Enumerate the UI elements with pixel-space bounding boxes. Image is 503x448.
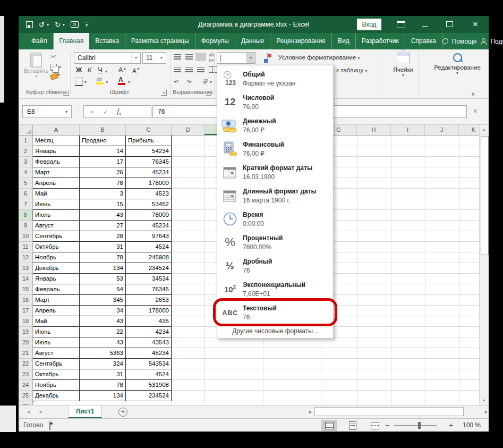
clipboard-dialog-launcher-icon[interactable]: ↘ bbox=[63, 90, 69, 96]
view-normal-button[interactable] bbox=[321, 420, 337, 431]
cell-B23[interactable]: 31 bbox=[80, 369, 126, 380]
align-left-icon[interactable] bbox=[174, 67, 181, 72]
row-header-16[interactable]: 16 bbox=[19, 295, 32, 306]
cell-B20[interactable]: 43 bbox=[80, 337, 126, 348]
horizontal-scroll-thumb[interactable] bbox=[314, 407, 464, 416]
cell-A13[interactable]: Декабрь bbox=[33, 263, 80, 274]
cell-C13[interactable]: 234524 bbox=[126, 263, 172, 274]
row-header-9[interactable]: 9 bbox=[19, 221, 32, 231]
row-header-4[interactable]: 4 bbox=[19, 167, 32, 178]
column-header-C[interactable]: C bbox=[126, 125, 172, 135]
cell-B2[interactable]: 14 bbox=[80, 146, 126, 157]
cell-A1[interactable]: Месяц bbox=[33, 136, 80, 146]
scroll-down-icon[interactable]: ▾ bbox=[480, 398, 489, 403]
font-dialog-launcher-icon[interactable]: ↘ bbox=[161, 90, 167, 96]
cell-A19[interactable]: Июнь bbox=[33, 327, 80, 337]
row-header-11[interactable]: 11 bbox=[19, 242, 32, 252]
cell-B4[interactable]: 26 bbox=[80, 167, 126, 178]
orientation-dropdown-icon[interactable]: ▾ bbox=[210, 80, 212, 84]
align-top-icon[interactable] bbox=[174, 54, 181, 60]
cell-B14[interactable]: 53 bbox=[80, 274, 126, 284]
cell-B13[interactable]: 134 bbox=[80, 263, 126, 274]
orientation-icon[interactable]: ab bbox=[201, 77, 210, 86]
sheet-tab-active[interactable]: Лист1 bbox=[68, 405, 102, 418]
borders-dropdown-icon[interactable]: ▾ bbox=[84, 80, 87, 84]
font-name-combo[interactable]: Calibri▾ bbox=[74, 52, 141, 64]
decrease-indent-icon[interactable]: ◂≡ bbox=[174, 79, 179, 84]
select-all-corner[interactable] bbox=[19, 125, 33, 136]
merge-center-icon[interactable] bbox=[209, 66, 217, 73]
new-sheet-icon[interactable]: + bbox=[118, 408, 127, 417]
cell-C1[interactable]: Прибыль bbox=[126, 136, 172, 146]
ribbon-tab-9[interactable]: Справка bbox=[405, 33, 442, 49]
cell-B10[interactable]: 28 bbox=[80, 231, 126, 242]
cell-A16[interactable]: Март bbox=[33, 295, 80, 306]
cell-B9[interactable]: 27 bbox=[80, 221, 126, 231]
cell-A17[interactable]: Апрель bbox=[33, 306, 80, 316]
row-header-20[interactable]: 20 bbox=[19, 337, 32, 348]
close-button[interactable]: × bbox=[469, 18, 482, 31]
column-header-K[interactable]: K bbox=[459, 125, 479, 135]
cell-C17[interactable]: 178000 bbox=[126, 306, 172, 316]
align-center-icon[interactable] bbox=[185, 67, 193, 72]
menu-item-general-format[interactable]: 123ОбщийФормат не указан bbox=[217, 67, 333, 90]
confirm-entry-icon[interactable]: ✓ bbox=[103, 108, 109, 116]
row-header-13[interactable]: 13 bbox=[19, 263, 32, 274]
align-middle-icon[interactable] bbox=[185, 54, 193, 60]
ribbon-display-options-icon[interactable] bbox=[397, 21, 405, 28]
row-header-15[interactable]: 15 bbox=[19, 284, 32, 295]
cell-C8[interactable]: 78000 bbox=[126, 210, 172, 221]
cell-A12[interactable]: Ноябрь bbox=[33, 252, 80, 263]
conditional-formatting-button[interactable]: Условное форматирование ▾ bbox=[278, 54, 360, 61]
zoom-in-button[interactable]: + bbox=[449, 421, 453, 429]
cell-A2[interactable]: Январь bbox=[33, 146, 80, 157]
cell-B7[interactable]: 15 bbox=[80, 199, 126, 210]
cell-C4[interactable]: 45234 bbox=[126, 167, 172, 178]
row-header-22[interactable]: 22 bbox=[19, 359, 32, 369]
row-header-6[interactable]: 6 bbox=[19, 189, 32, 199]
cell-A11[interactable]: Октябрь bbox=[33, 242, 80, 252]
menu-item-fraction-format[interactable]: ½Дробный76 bbox=[217, 254, 333, 277]
column-header-I[interactable]: I bbox=[391, 125, 425, 135]
cell-A25[interactable]: Декабрь bbox=[33, 391, 80, 401]
row-header-19[interactable]: 19 bbox=[19, 327, 32, 337]
cell-A15[interactable]: Февраль bbox=[33, 284, 80, 295]
cell-C19[interactable]: 4234 bbox=[126, 327, 172, 337]
formula-bar-grip[interactable]: ⋮ bbox=[75, 106, 80, 117]
scroll-up-icon[interactable]: ▴ bbox=[480, 127, 489, 132]
cell-B18[interactable]: 43 bbox=[80, 316, 126, 327]
row-header-8[interactable]: 8 bbox=[19, 210, 33, 221]
cell-A5[interactable]: Апрель bbox=[33, 178, 80, 189]
row-header-26[interactable]: 26 bbox=[19, 401, 32, 405]
column-header-H[interactable]: H bbox=[357, 125, 391, 135]
cell-C7[interactable]: 53452 bbox=[126, 199, 172, 210]
menu-item-number-format[interactable]: 12Числовой76,00 bbox=[217, 90, 333, 114]
vertical-scroll-thumb[interactable] bbox=[481, 136, 489, 255]
align-right-icon[interactable] bbox=[197, 67, 204, 72]
column-header-D[interactable]: D bbox=[172, 125, 204, 135]
italic-button[interactable]: К bbox=[84, 66, 95, 74]
cell-C6[interactable]: 4523 bbox=[126, 189, 172, 199]
cell-A10[interactable]: Сентябрь bbox=[33, 231, 80, 242]
cell-A9[interactable]: Август bbox=[33, 221, 80, 231]
ribbon-tab-7[interactable]: Вид bbox=[332, 33, 356, 49]
sign-in-button[interactable]: Вход bbox=[357, 19, 381, 30]
cell-B8[interactable]: 43 bbox=[80, 210, 126, 221]
cell-A8[interactable]: Июль bbox=[33, 210, 80, 221]
cell-A4[interactable]: Март bbox=[33, 167, 80, 178]
hscroll-left-icon[interactable]: ◄ bbox=[307, 409, 312, 415]
view-page-break-button[interactable] bbox=[367, 420, 383, 431]
cell-A24[interactable]: Ноябрь bbox=[33, 380, 80, 391]
cell-B15[interactable]: 54 bbox=[80, 284, 126, 295]
cell-A18[interactable]: Май bbox=[33, 316, 80, 327]
cell-B12[interactable]: 78 bbox=[80, 252, 126, 263]
menu-item-long-date-format[interactable]: Длинный формат даты16 марта 1900 г. bbox=[217, 184, 333, 207]
cell-C3[interactable]: 76345 bbox=[126, 157, 172, 167]
menu-item-percent-format[interactable]: %Процентный7600,00% bbox=[217, 231, 333, 254]
name-box-dropdown-icon[interactable]: ▾ bbox=[62, 109, 71, 114]
borders-icon[interactable] bbox=[75, 78, 83, 86]
row-header-24[interactable]: 24 bbox=[19, 380, 32, 391]
shrink-font-button[interactable]: А▼ bbox=[131, 67, 141, 74]
cell-C5[interactable]: 178000 bbox=[126, 178, 172, 189]
cell-B5[interactable]: 78 bbox=[80, 178, 126, 189]
